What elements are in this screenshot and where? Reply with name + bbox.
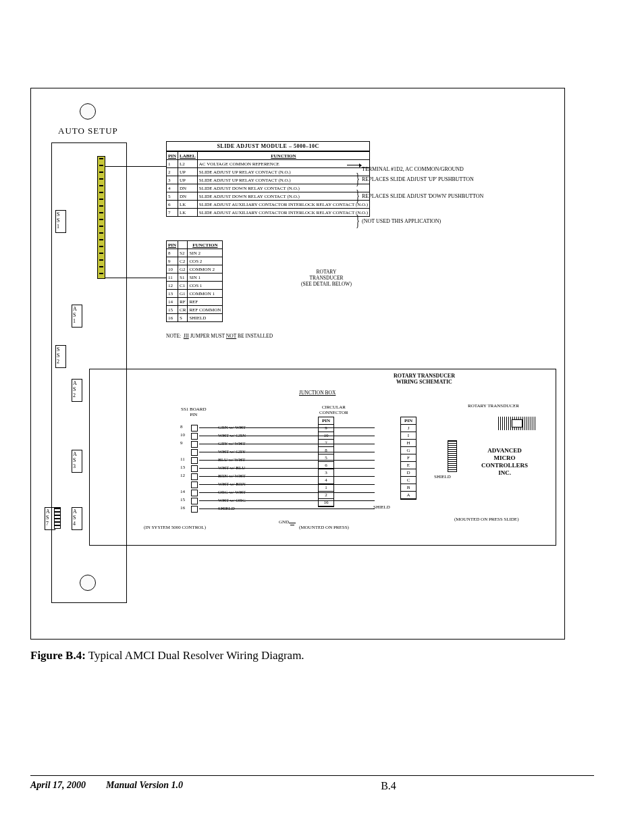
circular-connector-label: CIRCULARCONNECTOR <box>319 405 348 415</box>
mount-note: (MOUNTED ON PRESS SLIDE) <box>454 517 518 522</box>
figure-caption: Figure B.4: Typical AMCI Dual Resolver W… <box>30 649 594 662</box>
note-unused: (NOT USED THIS APPLICATION) <box>362 218 441 224</box>
jumper-note: NOTE: JII JUMPER MUST NOT BE INSTALLED <box>166 333 273 339</box>
note-up: REPLACES SLIDE ADJUST 'UP' PUSHBUTTON <box>362 176 474 182</box>
brace-icon: } <box>356 211 360 230</box>
figure-box: AUTO SETUP SS1 SS2 AS1 AS2 AS3 AS4 AS7 S… <box>30 88 565 640</box>
wire-row: 8GRN w/ WHT <box>191 425 394 432</box>
mount-note: (MOUNTED ON PRESS) <box>299 525 349 530</box>
slot-as1: AS1 <box>72 305 82 328</box>
transducer-pins: PINJIHGFEDCBA <box>400 417 417 500</box>
slot-as3: AS3 <box>72 450 82 473</box>
slot-ss1: SS1 <box>55 210 66 233</box>
pcb-icon <box>498 417 535 430</box>
wire-row: 9GRY w/ WHT <box>191 441 394 448</box>
slot-as7-dots <box>54 507 61 529</box>
wire-row: 15WHT w/ ORG <box>191 498 394 504</box>
ground-label: GND <box>279 519 296 525</box>
wire-row: 12BRN w/ WHT <box>191 473 394 480</box>
wiring-panel: ROTARY TRANSDUCERWIRING SCHEMATIC JUNCTI… <box>89 369 556 546</box>
slot-as4: AS4 <box>72 507 82 530</box>
wire-row: WHT w/ GRY <box>191 449 394 456</box>
slot-ss2: SS2 <box>55 345 66 368</box>
wire <box>105 166 166 167</box>
wire-row: 11BLU w/ WHT <box>191 457 394 464</box>
panel-title: ROTARY TRANSDUCERWIRING SCHEMATIC <box>394 373 455 385</box>
table1-caption: SLIDE ADJUST MODULE – 5000–10C <box>166 141 370 151</box>
note-terminal: TERMINAL #1D2, AC COMMON/GROUND <box>362 166 464 172</box>
amci-label: ADVANCEDMICROCONTROLLERSINC. <box>481 447 528 477</box>
note-down: REPLACES SLIDE ADJUST 'DOWN' PUSHBUTTON <box>362 193 483 199</box>
pin-table-1: SLIDE ADJUST MODULE – 5000–10C PINLABELF… <box>166 141 370 217</box>
gear-icon <box>80 103 96 120</box>
wire-row: 10WHT w/ GRN <box>191 433 394 440</box>
terminal-block <box>97 156 105 279</box>
shield-label: SHIELD <box>434 474 451 479</box>
mount-note: (IN SYSTEM 5000 CONTROL) <box>144 525 206 530</box>
junction-box-label: JUNCTION BOX <box>299 390 336 396</box>
wire-row: 14ORG w/ WHT <box>191 490 394 496</box>
encoder-icon <box>448 440 457 472</box>
wire <box>105 278 166 278</box>
brace-icon: } <box>356 170 360 188</box>
footer-version: Manual Version 1.0 <box>106 780 183 791</box>
wire-row: 13WHT w/ BLU <box>191 465 394 472</box>
ss1-board-label: SS1 BOARDPIN <box>181 407 207 417</box>
slot-as2: AS2 <box>72 379 82 402</box>
brace-icon: } <box>356 186 360 205</box>
autosetup-label: AUTO SETUP <box>58 126 118 136</box>
arrow-icon <box>347 165 359 165</box>
circular-connector-pins: PIN9107856341216 <box>318 417 334 507</box>
wire-row: WHT w/ BRN <box>191 481 394 488</box>
page-footer: April 17, 2000 Manual Version 1.0 B.4 <box>30 775 594 792</box>
rotary-transducer-label: ROTARY TRANSDUCER <box>468 403 519 409</box>
shield-label: SHIELD <box>373 504 390 510</box>
footer-date: April 17, 2000 <box>30 780 86 791</box>
pin-table-2: PINFUNCTION 8S2SIN 29C2COS 210G2COMMON 2… <box>166 240 223 322</box>
wire-row: 16SHIELD <box>191 506 394 513</box>
rotary-label: ROTARYTRANSDUCER(SEE DETAIL BELOW) <box>301 269 352 287</box>
